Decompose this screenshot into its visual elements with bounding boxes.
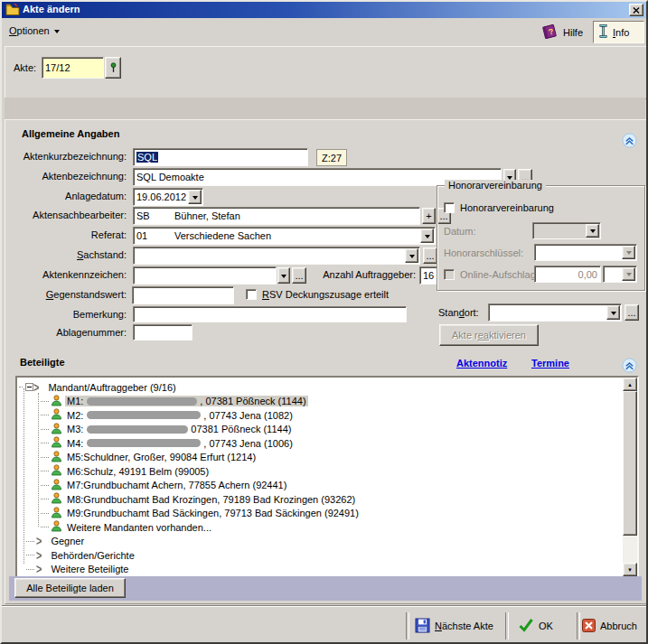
aktenkurzbezeichnung-input[interactable]: SQL (133, 148, 308, 166)
chevron-down-icon (54, 30, 60, 36)
scrollbar-thumb[interactable] (623, 391, 637, 536)
tree-item[interactable]: > M7: Grundbuchamt Achern, 77855 Achern … (19, 479, 619, 492)
scroll-up-button[interactable]: ▲ (623, 378, 637, 391)
tree-connector (41, 443, 49, 443)
scroll-down-button[interactable]: ▼ (623, 563, 637, 576)
standort-label: Standort: (438, 307, 479, 318)
tree-item[interactable]: > Behörden/Gerichte (19, 548, 619, 562)
anzahl-auftraggeber-value: 16 (419, 266, 437, 285)
optionen-menu[interactable]: Optionen (9, 25, 60, 36)
referat-combobox[interactable]: 01 Verschiedene Sachen (133, 227, 436, 245)
tree-item-text: Grundbuchamt Bad Krozingen, 79189 Bad Kr… (83, 494, 355, 505)
selected-text: SQL (136, 152, 158, 163)
title-bar[interactable]: Akte ändern (2, 2, 646, 18)
tree-item-text: , 07743 Jena (1082) (203, 410, 292, 421)
aktensachbearbeiter-input[interactable]: SB Bühner, Stefan (133, 207, 420, 225)
akte-label: Akte: (14, 62, 36, 73)
sachstand-more-button[interactable]: ... (423, 247, 437, 264)
tree-item-text: Mandant/Auftraggeber (9/16) (48, 382, 175, 393)
anlagedatum-combobox[interactable]: 19.06.2012 (133, 188, 203, 206)
chevron-up-circle-icon (622, 358, 637, 373)
info-button[interactable]: Info (593, 21, 644, 43)
tree-vertical-scrollbar[interactable]: ▲ ▼ (623, 378, 637, 576)
tree-connector (41, 401, 49, 402)
tree-item[interactable]: > Weitere Mandanten vorhanden... (19, 520, 619, 534)
tree-item[interactable]: > M3: 07381 Pößneck (1144) (19, 423, 619, 436)
alle-beteiligte-laden-button[interactable]: Alle Beteiligte laden (14, 578, 126, 598)
standort-combobox[interactable] (488, 303, 622, 322)
triangle-down-icon: ▼ (627, 567, 633, 573)
referat-dropdown-button[interactable] (420, 229, 434, 243)
datum-dropdown-button[interactable] (586, 224, 599, 238)
tree-item-text: Schuldner, Großer, 99084 Erfurt (1214) (83, 452, 256, 462)
beteiligte-tree[interactable]: ▲ ▼ > Mandant/Auftraggeber (9/16) > (15, 376, 639, 578)
tree-item[interactable]: > M6: Schulz, 49191 Belm (99005) (19, 464, 619, 478)
tree-item-text: 07381 Pößneck (1144) (191, 424, 291, 434)
tree-item[interactable]: > M9: Grundbuchamt Bad Säckingen, 79713 … (19, 507, 619, 520)
tree-item-text: Behörden/Gerichte (51, 550, 134, 561)
tree-item[interactable]: > Gegner (19, 535, 619, 548)
aktensachbearbeiter-add-button[interactable]: + (422, 208, 436, 224)
tree-item[interactable]: > M5: Schuldner, Großer, 99084 Erfurt (1… (19, 451, 619, 464)
ablagenummer-input[interactable] (133, 324, 193, 341)
tree-item[interactable]: > M2: , 07743 Jena (1082) (19, 408, 619, 422)
abbruch-label: Abbruch (600, 621, 637, 631)
footer-separator (577, 612, 580, 639)
honorarvereinbarung-checkbox[interactable] (444, 202, 455, 213)
tree-connector (41, 513, 49, 514)
collapse-section-button[interactable] (622, 133, 637, 150)
termine-link[interactable]: Termine (531, 358, 569, 369)
tree-item-text: , 07743 Jena (1006) (203, 438, 292, 449)
online-aufschlag-unit-combobox (603, 266, 637, 283)
tree-item-text: Gegner (51, 536, 84, 546)
ok-button[interactable]: OK (518, 615, 553, 637)
person-icon (51, 408, 62, 422)
naechste-akte-button[interactable]: Nächste Akte (415, 615, 493, 637)
collapse-beteiligte-button[interactable] (622, 358, 637, 375)
anlagedatum-label: Anlagedatum: (2, 191, 127, 201)
aktenkennzeichen-input[interactable] (133, 266, 277, 285)
aktenkennzeichen-more-button[interactable]: ... (292, 267, 306, 284)
bemerkung-label: Bemerkung: (2, 309, 127, 320)
aktenbezeichnung-label: Aktenbezeichnung: (2, 171, 127, 182)
ibeam-cursor-icon (598, 23, 608, 41)
tree-item[interactable]: > Mandant/Auftraggeber (9/16) (19, 380, 619, 394)
ellipsis-icon: ... (295, 270, 303, 281)
anlagedatum-dropdown-button[interactable] (188, 190, 202, 204)
person-icon (51, 507, 62, 520)
tree-item[interactable]: > M1: , 07381 Pößneck (1144) (19, 395, 619, 408)
tree-item[interactable]: > M8: Grundbuchamt Bad Krozingen, 79189 … (19, 492, 619, 506)
person-icon (51, 451, 62, 464)
hilfe-button[interactable]: ? Hilfe (540, 23, 583, 42)
ablagenummer-label: Ablagenummer: (2, 327, 127, 338)
datum-combobox[interactable] (532, 222, 601, 239)
aktennotiz-link[interactable]: Aktennotiz (456, 358, 507, 369)
aktenkennzeichen-dropdown-button[interactable] (277, 267, 290, 284)
gegenstandswert-input[interactable] (132, 286, 234, 304)
redacted-name (87, 411, 201, 419)
sachstand-combobox[interactable] (133, 247, 420, 265)
tree-item-prefix: M3: (67, 424, 83, 434)
close-button[interactable] (629, 4, 643, 16)
tree-item-prefix: M9: (67, 508, 83, 518)
person-icon (51, 395, 62, 408)
tree-item[interactable]: > M4: , 07743 Jena (1006) (19, 436, 619, 450)
tree-item[interactable]: > Weitere Beteiligte (19, 563, 619, 576)
rsv-checkbox[interactable] (246, 289, 257, 300)
abbruch-button[interactable]: Abbruch (582, 615, 637, 637)
online-aufschlag-checkbox (444, 269, 455, 280)
bemerkung-input[interactable] (133, 306, 407, 322)
person-icon (51, 520, 62, 534)
tree-expander-icon[interactable] (25, 383, 33, 391)
aktenbezeichnung-value: SQL Demoakte (136, 172, 204, 182)
standort-more-button[interactable]: ... (625, 304, 639, 321)
akte-pin-button[interactable] (105, 57, 121, 79)
tree-item-text: Grundbuchamt Achern, 77855 Achern (92441… (83, 480, 286, 490)
online-unit-dropdown-button (622, 267, 635, 281)
akte-input[interactable]: 17/12 (42, 57, 104, 79)
tree-collapsed-arrow-icon: > (36, 548, 42, 562)
standort-dropdown-button[interactable] (606, 305, 620, 320)
sachstand-dropdown-button[interactable] (405, 248, 418, 263)
chevron-down-icon (626, 251, 632, 257)
tree-item-prefix: M8: (67, 494, 83, 505)
